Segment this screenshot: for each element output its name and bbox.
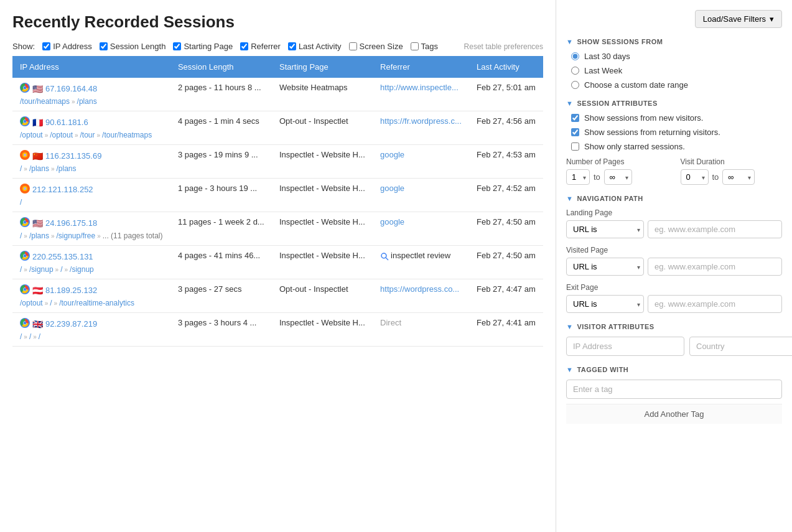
ip-address[interactable]: 116.231.135.69 <box>45 151 101 161</box>
tagged-with-header[interactable]: ▼ TAGGED WITH <box>566 366 782 373</box>
svg-line-19 <box>386 258 388 260</box>
session-length-cell: 1 page - 3 hours 19 ... <box>170 179 272 212</box>
visit-duration-row: 03060 to ∞60120 <box>681 169 783 185</box>
ip-address[interactable]: 220.255.135.131 <box>32 252 93 261</box>
table-row[interactable]: 🇨🇳116.231.135.69/»/plans»/plans3 pages -… <box>12 145 543 179</box>
chevron-right-icon: » <box>51 233 55 240</box>
dropdown-arrow-icon: ▾ <box>770 14 774 24</box>
col-session-length[interactable]: Session Length <box>100 42 166 51</box>
table-header-row: IP Address Session Length Starting Page … <box>12 56 543 78</box>
page-link[interactable]: /optout <box>50 131 73 139</box>
pages-from-select[interactable]: 1235 <box>566 169 590 185</box>
visitor-attributes-header[interactable]: ▼ VISITOR ATTRIBUTES <box>566 323 782 330</box>
navigation-path-header[interactable]: ▼ NAVIGATION PATH <box>566 195 782 202</box>
duration-to-wrapper: ∞60120 <box>722 169 755 185</box>
page-link[interactable]: /plans <box>57 164 77 173</box>
page-link[interactable]: / <box>39 332 40 341</box>
referrer-link[interactable]: http://www.inspectle... <box>380 83 459 92</box>
cb-new-visitors[interactable]: Show sessions from new visitors. <box>571 113 782 123</box>
col-ip-address[interactable]: IP Address <box>42 42 92 51</box>
pages-to-select[interactable]: ∞51020 <box>604 169 632 185</box>
col-screen-size[interactable]: Screen Size <box>349 42 403 51</box>
table-row[interactable]: 🇬🇧92.239.87.219/»/»/3 pages - 3 hours 4 … <box>12 313 543 347</box>
page-link[interactable]: /signup <box>29 265 54 274</box>
page-link[interactable]: /signup <box>70 265 94 274</box>
page-link[interactable]: / <box>20 231 22 240</box>
page-title: Recently Recorded Sessions <box>12 12 543 32</box>
page-link[interactable]: / <box>20 198 22 207</box>
table-row[interactable]: 🇺🇸24.196.175.18/»/plans»/signup/free»...… <box>12 212 543 246</box>
table-row[interactable]: 🇺🇸67.169.164.48/tour/heatmaps»/plans2 pa… <box>12 78 543 111</box>
page-link[interactable]: / <box>20 164 22 173</box>
page-link[interactable]: / <box>50 299 52 307</box>
page-link[interactable]: /tour <box>80 131 95 139</box>
exit-url-select[interactable]: URL is URL contains URL starts with URL … <box>566 295 644 313</box>
col-starting-page[interactable]: Starting Page <box>173 42 233 51</box>
load-save-button[interactable]: Load/Save Filters ▾ <box>695 10 782 28</box>
page-link[interactable]: /signup/free <box>57 231 96 240</box>
table-row[interactable]: 220.255.135.131/»/signup»/»/signup4 page… <box>12 246 543 279</box>
referrer-link[interactable]: https://wordpress.co... <box>380 284 459 294</box>
exit-page-label: Exit Page <box>566 283 782 292</box>
arrow-icon-3: ▼ <box>566 195 573 202</box>
pages-overflow: ... (11 pages total) <box>103 231 163 240</box>
arrow-icon-4: ▼ <box>566 323 573 330</box>
radio-last30[interactable]: Last 30 days <box>571 52 782 61</box>
cb-returning-visitors[interactable]: Show sessions from returning visitors. <box>571 128 782 137</box>
session-attributes-header[interactable]: ▼ SESSION ATTRIBUTES <box>566 100 782 107</box>
col-last-activity[interactable]: Last Activity <box>288 42 342 51</box>
duration-from-wrapper: 03060 <box>681 169 709 185</box>
col-referrer[interactable]: Referrer <box>240 42 281 51</box>
page-link[interactable]: / <box>29 332 31 341</box>
duration-from-select[interactable]: 03060 <box>681 169 709 185</box>
col-tags[interactable]: Tags <box>411 42 438 51</box>
ip-address[interactable]: 212.121.118.252 <box>32 185 93 194</box>
page-link[interactable]: /tour/heatmaps <box>20 97 70 106</box>
cb-starred[interactable]: Show only starred sessions. <box>571 142 782 151</box>
table-row[interactable]: 212.121.118.252/1 page - 3 hours 19 ...I… <box>12 179 543 212</box>
page-link[interactable]: /plans <box>29 231 49 240</box>
radio-lastweek[interactable]: Last Week <box>571 66 782 75</box>
ip-address[interactable]: 81.189.25.132 <box>45 286 97 295</box>
referrer-link[interactable]: google <box>380 184 404 193</box>
table-row[interactable]: 🇫🇷90.61.181.6/optout»/optout»/tour»/tour… <box>12 111 543 145</box>
page-link[interactable]: /plans <box>77 97 97 106</box>
referrer-cell: https://fr.wordpress.c... <box>373 111 469 145</box>
duration-to-select[interactable]: ∞60120 <box>722 169 755 185</box>
ip-address[interactable]: 92.239.87.219 <box>45 319 97 329</box>
tag-input[interactable] <box>566 380 782 399</box>
page-link[interactable]: / <box>20 332 22 341</box>
visited-url-input[interactable] <box>648 258 782 276</box>
ip-address[interactable]: 67.169.164.48 <box>45 84 97 93</box>
flag-icon: 🇨🇳 <box>32 151 43 161</box>
page-link[interactable]: /tour/heatmaps <box>102 131 152 139</box>
chevron-right-icon: » <box>45 300 49 307</box>
ip-cell: 🇦🇹81.189.25.132/optout»/»/tour/realtime-… <box>12 279 170 313</box>
page-link[interactable]: /optout <box>20 299 43 307</box>
visited-url-select[interactable]: URL is URL contains URL starts with URL … <box>566 258 644 276</box>
page-link[interactable]: / <box>60 265 62 274</box>
page-link[interactable]: / <box>20 265 22 274</box>
exit-url-input[interactable] <box>648 295 782 313</box>
ip-address-input[interactable] <box>566 337 684 356</box>
show-sessions-header[interactable]: ▼ SHOW SESSIONS FROM <box>566 38 782 45</box>
referrer-link[interactable]: google <box>380 217 404 226</box>
landing-url-input[interactable] <box>648 220 782 238</box>
page-link[interactable]: /plans <box>29 164 49 173</box>
referrer-link[interactable]: google <box>380 150 404 159</box>
load-save-label: Load/Save Filters <box>703 14 766 24</box>
page-link[interactable]: /tour/realtime-analytics <box>59 299 134 307</box>
referrer-link[interactable]: https://fr.wordpress.c... <box>380 116 462 126</box>
radio-custom-date[interactable]: Choose a custom date range <box>571 80 782 90</box>
add-tag-button[interactable]: Add Another Tag <box>566 404 782 424</box>
reset-preferences-link[interactable]: Reset table preferences <box>464 42 543 51</box>
navigation-path-section: ▼ NAVIGATION PATH Landing Page URL is UR… <box>566 195 782 313</box>
page-link[interactable]: /optout <box>20 131 43 139</box>
flag-icon: 🇺🇸 <box>32 218 43 228</box>
table-row[interactable]: 🇦🇹81.189.25.132/optout»/»/tour/realtime-… <box>12 279 543 313</box>
landing-url-select[interactable]: URL is URL contains URL starts with URL … <box>566 220 644 238</box>
ip-address[interactable]: 24.196.175.18 <box>45 218 97 228</box>
ip-address[interactable]: 90.61.181.6 <box>45 118 88 127</box>
flag-icon: 🇬🇧 <box>32 319 43 329</box>
country-input[interactable] <box>689 337 792 356</box>
